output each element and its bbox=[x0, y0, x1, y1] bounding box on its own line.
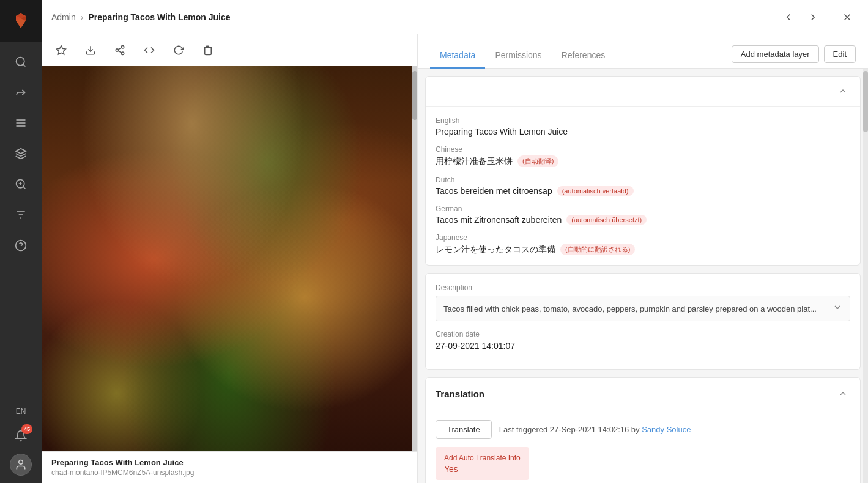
svg-marker-18 bbox=[57, 45, 66, 54]
description-value: Tacos filled with chick peas, tomato, av… bbox=[443, 304, 828, 313]
nav-next-button[interactable] bbox=[802, 6, 824, 28]
german-label: German bbox=[436, 204, 850, 213]
sidebar-item-magnify[interactable] bbox=[0, 169, 42, 200]
english-text: Preparing Tacos With Lemon Juice bbox=[436, 127, 568, 137]
dutch-value: Tacos bereiden met citroensap (automatis… bbox=[436, 186, 850, 196]
image-panel: Preparing Tacos With Lemon Juice chad-mo… bbox=[42, 34, 418, 483]
sidebar-logo[interactable] bbox=[0, 0, 42, 42]
japanese-value: レモン汁を使ったタコスの準備 (自動的に翻訳される) bbox=[436, 244, 850, 255]
sidebar-item-search[interactable] bbox=[0, 47, 42, 77]
description-field[interactable]: Tacos filled with chick peas, tomato, av… bbox=[436, 296, 850, 321]
sidebar-nav bbox=[0, 42, 42, 402]
edit-button[interactable]: Edit bbox=[824, 45, 856, 63]
bell-badge: 45 bbox=[21, 424, 32, 434]
description-group: Description Tacos filled with chick peas… bbox=[436, 283, 850, 321]
sidebar-language[interactable]: EN bbox=[16, 402, 26, 421]
download-button[interactable] bbox=[81, 40, 100, 60]
image-footer: Preparing Tacos With Lemon Juice chad-mo… bbox=[42, 451, 417, 483]
auto-translate-info-block: Add Auto Translate Info Yes bbox=[436, 447, 529, 480]
image-toolbar bbox=[42, 34, 417, 66]
sidebar-item-menu[interactable] bbox=[0, 108, 42, 138]
close-button[interactable] bbox=[836, 6, 858, 28]
svg-line-24 bbox=[118, 47, 121, 49]
right-scrollbar[interactable] bbox=[863, 69, 868, 483]
image-filename: chad-montano-lP5MCM6nZ5A-unsplash.jpg bbox=[51, 468, 407, 477]
details-section-body: Description Tacos filled with chick peas… bbox=[426, 274, 860, 369]
breadcrumb: Admin › Preparing Tacos With Lemon Juice bbox=[51, 12, 231, 22]
details-section: Description Tacos filled with chick peas… bbox=[425, 273, 861, 370]
tabs-actions: Add metadata layer Edit bbox=[732, 45, 856, 68]
tab-references[interactable]: References bbox=[552, 50, 615, 69]
topbar-nav bbox=[777, 6, 858, 28]
sidebar-bell[interactable]: 45 bbox=[6, 421, 36, 451]
sidebar-item-layers[interactable] bbox=[0, 138, 42, 169]
add-metadata-layer-button[interactable]: Add metadata layer bbox=[732, 45, 819, 63]
sidebar-item-filter[interactable] bbox=[0, 200, 42, 230]
nav-prev-button[interactable] bbox=[777, 6, 799, 28]
right-scroll-thumb bbox=[863, 71, 868, 132]
svg-point-0 bbox=[17, 58, 24, 66]
chinese-text: 用柠檬汁准备玉米饼 bbox=[436, 156, 513, 167]
chinese-value: 用柠檬汁准备玉米饼 (自动翻译) bbox=[436, 155, 850, 167]
japanese-badge: (自動的に翻訳される) bbox=[560, 244, 635, 255]
translate-button[interactable]: Translate bbox=[436, 420, 492, 439]
dutch-badge: (automatisch vertaald) bbox=[557, 186, 634, 196]
main-area: Admin › Preparing Tacos With Lemon Juice bbox=[42, 0, 868, 483]
translation-title: Translation bbox=[436, 389, 484, 399]
trigger-user-link[interactable]: Sandy Soluce bbox=[642, 425, 691, 434]
translation-section: Translation Translate Last triggered 27-… bbox=[425, 377, 861, 483]
svg-line-23 bbox=[118, 51, 121, 53]
tab-permissions[interactable]: Permissions bbox=[485, 50, 551, 69]
svg-line-7 bbox=[23, 187, 26, 189]
tab-metadata[interactable]: Metadata bbox=[430, 50, 485, 69]
favorite-button[interactable] bbox=[51, 40, 71, 60]
creation-date-value: 27-09-2021 14:01:07 bbox=[436, 341, 850, 351]
breadcrumb-admin[interactable]: Admin bbox=[51, 12, 76, 22]
description-expand-button[interactable] bbox=[833, 302, 842, 315]
names-section-header bbox=[426, 77, 860, 107]
sidebar: EN 45 bbox=[0, 0, 42, 483]
german-text: Tacos mit Zitronensaft zubereiten bbox=[436, 215, 562, 225]
dutch-label: Dutch bbox=[436, 176, 850, 184]
translation-body: Translate Last triggered 27-Sep-2021 14:… bbox=[426, 410, 860, 483]
description-label: Description bbox=[436, 283, 850, 292]
english-value: Preparing Tacos With Lemon Juice bbox=[436, 127, 850, 137]
right-panel: Metadata Permissions References Add meta… bbox=[418, 34, 868, 483]
share-button[interactable] bbox=[110, 40, 130, 60]
chinese-badge: (自动翻译) bbox=[517, 155, 558, 167]
content-area: Preparing Tacos With Lemon Juice chad-mo… bbox=[42, 34, 868, 483]
chinese-label: Chinese bbox=[436, 145, 850, 154]
metadata-content: English Preparing Tacos With Lemon Juice… bbox=[418, 69, 868, 483]
trigger-text: Last triggered 27-Sep-2021 14:02:16 by bbox=[499, 425, 640, 434]
translation-collapse-button[interactable] bbox=[836, 386, 850, 401]
image-scrollbar[interactable] bbox=[412, 66, 417, 451]
german-badge: (automatisch übersetzt) bbox=[566, 215, 647, 225]
creation-date-group: Creation date 27-09-2021 14:01:07 bbox=[436, 330, 850, 351]
tabs-bar: Metadata Permissions References Add meta… bbox=[418, 34, 868, 69]
svg-line-1 bbox=[23, 64, 26, 67]
names-section: English Preparing Tacos With Lemon Juice… bbox=[425, 76, 861, 266]
code-button[interactable] bbox=[139, 40, 159, 60]
sidebar-bottom: EN 45 bbox=[0, 402, 42, 483]
sidebar-item-share[interactable] bbox=[0, 77, 42, 108]
svg-point-22 bbox=[121, 52, 124, 55]
sidebar-item-help[interactable] bbox=[0, 230, 42, 261]
asset-image bbox=[42, 66, 417, 451]
delete-button[interactable] bbox=[198, 40, 218, 60]
breadcrumb-title: Preparing Tacos With Lemon Juice bbox=[88, 12, 230, 22]
breadcrumb-separator: › bbox=[81, 12, 84, 22]
sidebar-avatar[interactable] bbox=[10, 454, 32, 476]
translation-header: Translation bbox=[426, 378, 860, 410]
refresh-button[interactable] bbox=[169, 40, 188, 60]
creation-date-label: Creation date bbox=[436, 330, 850, 339]
svg-point-21 bbox=[116, 48, 119, 51]
svg-point-15 bbox=[19, 460, 23, 465]
svg-marker-5 bbox=[16, 149, 26, 154]
auto-translate-info-value: Yes bbox=[444, 464, 521, 474]
translation-trigger-text: Last triggered 27-Sep-2021 14:02:16 by S… bbox=[499, 425, 691, 434]
english-label: English bbox=[436, 116, 850, 125]
names-collapse-button[interactable] bbox=[836, 84, 850, 99]
topbar: Admin › Preparing Tacos With Lemon Juice bbox=[42, 0, 868, 34]
japanese-text: レモン汁を使ったタコスの準備 bbox=[436, 244, 555, 255]
names-section-body: English Preparing Tacos With Lemon Juice… bbox=[426, 107, 860, 265]
